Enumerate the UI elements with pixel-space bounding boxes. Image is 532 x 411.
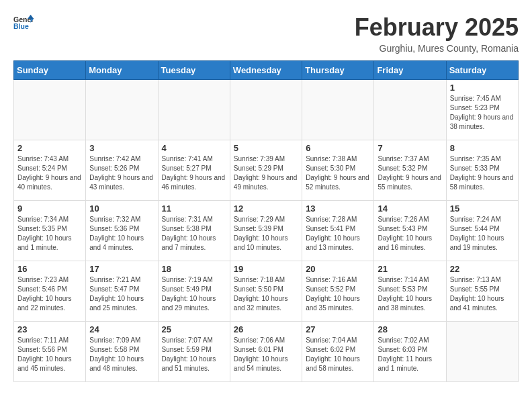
day-info: Sunrise: 7:32 AM Sunset: 5:36 PM Dayligh… — [89, 215, 154, 253]
day-number: 23 — [17, 324, 82, 334]
day-number: 1 — [450, 83, 515, 93]
day-number: 24 — [89, 324, 154, 334]
col-header-friday: Friday — [374, 61, 446, 80]
day-info: Sunrise: 7:14 AM Sunset: 5:53 PM Dayligh… — [378, 275, 442, 313]
calendar-cell: 10Sunrise: 7:32 AM Sunset: 5:36 PM Dayli… — [86, 201, 158, 261]
calendar-cell: 9Sunrise: 7:34 AM Sunset: 5:35 PM Daylig… — [14, 201, 86, 261]
day-number: 13 — [306, 203, 370, 214]
calendar-cell: 15Sunrise: 7:24 AM Sunset: 5:44 PM Dayli… — [446, 201, 518, 261]
calendar-cell: 8Sunrise: 7:35 AM Sunset: 5:33 PM Daylig… — [446, 140, 518, 201]
day-info: Sunrise: 7:21 AM Sunset: 5:47 PM Dayligh… — [89, 275, 154, 313]
day-number: 16 — [17, 264, 82, 274]
logo: General Blue — [13, 13, 34, 32]
calendar-cell: 6Sunrise: 7:38 AM Sunset: 5:30 PM Daylig… — [302, 140, 374, 201]
day-number: 22 — [450, 264, 515, 274]
day-info: Sunrise: 7:35 AM Sunset: 5:33 PM Dayligh… — [450, 154, 515, 192]
day-info: Sunrise: 7:41 AM Sunset: 5:27 PM Dayligh… — [162, 154, 226, 192]
page-header: General Blue February 2025 Gurghiu, Mure… — [13, 13, 519, 54]
calendar-cell: 4Sunrise: 7:41 AM Sunset: 5:27 PM Daylig… — [158, 140, 230, 201]
col-header-thursday: Thursday — [302, 61, 374, 80]
day-number: 2 — [17, 143, 82, 153]
calendar-cell — [86, 80, 158, 140]
day-number: 25 — [162, 324, 226, 334]
day-number: 5 — [234, 143, 298, 153]
day-number: 18 — [162, 264, 226, 274]
day-number: 7 — [378, 143, 442, 153]
calendar-table: SundayMondayTuesdayWednesdayThursdayFrid… — [13, 60, 519, 382]
calendar-cell: 23Sunrise: 7:11 AM Sunset: 5:56 PM Dayli… — [14, 322, 86, 382]
day-number: 3 — [89, 143, 154, 153]
col-header-monday: Monday — [86, 61, 158, 80]
day-info: Sunrise: 7:39 AM Sunset: 5:29 PM Dayligh… — [234, 154, 298, 192]
calendar-week-row: 16Sunrise: 7:23 AM Sunset: 5:46 PM Dayli… — [14, 261, 519, 322]
col-header-wednesday: Wednesday — [230, 61, 302, 80]
calendar-week-row: 9Sunrise: 7:34 AM Sunset: 5:35 PM Daylig… — [14, 201, 519, 261]
calendar-cell: 11Sunrise: 7:31 AM Sunset: 5:38 PM Dayli… — [158, 201, 230, 261]
col-header-tuesday: Tuesday — [158, 61, 230, 80]
col-header-sunday: Sunday — [14, 61, 86, 80]
calendar-cell: 17Sunrise: 7:21 AM Sunset: 5:47 PM Dayli… — [86, 261, 158, 322]
day-info: Sunrise: 7:23 AM Sunset: 5:46 PM Dayligh… — [17, 275, 82, 313]
day-number: 19 — [234, 264, 298, 274]
month-year-title: February 2025 — [355, 13, 519, 42]
col-header-saturday: Saturday — [446, 61, 518, 80]
location-subtitle: Gurghiu, Mures County, Romania — [355, 43, 519, 54]
day-info: Sunrise: 7:11 AM Sunset: 5:56 PM Dayligh… — [17, 336, 82, 373]
day-number: 12 — [234, 203, 298, 214]
day-info: Sunrise: 7:18 AM Sunset: 5:50 PM Dayligh… — [234, 275, 298, 313]
calendar-cell: 22Sunrise: 7:13 AM Sunset: 5:55 PM Dayli… — [446, 261, 518, 322]
day-info: Sunrise: 7:06 AM Sunset: 6:01 PM Dayligh… — [234, 336, 298, 373]
calendar-cell: 27Sunrise: 7:04 AM Sunset: 6:02 PM Dayli… — [302, 322, 374, 382]
day-info: Sunrise: 7:42 AM Sunset: 5:26 PM Dayligh… — [89, 154, 154, 192]
day-info: Sunrise: 7:09 AM Sunset: 5:58 PM Dayligh… — [89, 336, 154, 373]
calendar-cell: 13Sunrise: 7:28 AM Sunset: 5:41 PM Dayli… — [302, 201, 374, 261]
day-info: Sunrise: 7:43 AM Sunset: 5:24 PM Dayligh… — [17, 154, 82, 192]
day-number: 17 — [89, 264, 154, 274]
calendar-cell: 25Sunrise: 7:07 AM Sunset: 5:59 PM Dayli… — [158, 322, 230, 382]
calendar-cell: 24Sunrise: 7:09 AM Sunset: 5:58 PM Dayli… — [86, 322, 158, 382]
calendar-cell: 12Sunrise: 7:29 AM Sunset: 5:39 PM Dayli… — [230, 201, 302, 261]
day-number: 14 — [378, 203, 442, 214]
calendar-cell — [14, 80, 86, 140]
calendar-cell — [230, 80, 302, 140]
calendar-week-row: 23Sunrise: 7:11 AM Sunset: 5:56 PM Dayli… — [14, 322, 519, 382]
day-number: 6 — [306, 143, 370, 153]
logo-icon: General Blue — [13, 13, 34, 32]
calendar-cell: 7Sunrise: 7:37 AM Sunset: 5:32 PM Daylig… — [374, 140, 446, 201]
calendar-cell: 19Sunrise: 7:18 AM Sunset: 5:50 PM Dayli… — [230, 261, 302, 322]
day-info: Sunrise: 7:07 AM Sunset: 5:59 PM Dayligh… — [162, 336, 226, 373]
calendar-cell — [446, 322, 518, 382]
day-number: 26 — [234, 324, 298, 334]
day-info: Sunrise: 7:28 AM Sunset: 5:41 PM Dayligh… — [306, 215, 370, 253]
calendar-cell: 20Sunrise: 7:16 AM Sunset: 5:52 PM Dayli… — [302, 261, 374, 322]
calendar-cell: 2Sunrise: 7:43 AM Sunset: 5:24 PM Daylig… — [14, 140, 86, 201]
day-number: 10 — [89, 203, 154, 214]
calendar-week-row: 2Sunrise: 7:43 AM Sunset: 5:24 PM Daylig… — [14, 140, 519, 201]
day-info: Sunrise: 7:02 AM Sunset: 6:03 PM Dayligh… — [378, 336, 442, 373]
day-info: Sunrise: 7:38 AM Sunset: 5:30 PM Dayligh… — [306, 154, 370, 192]
day-info: Sunrise: 7:37 AM Sunset: 5:32 PM Dayligh… — [378, 154, 442, 192]
title-area: February 2025 Gurghiu, Mures County, Rom… — [355, 13, 519, 54]
calendar-week-row: 1Sunrise: 7:45 AM Sunset: 5:23 PM Daylig… — [14, 80, 519, 140]
day-info: Sunrise: 7:34 AM Sunset: 5:35 PM Dayligh… — [17, 215, 82, 253]
day-number: 4 — [162, 143, 226, 153]
calendar-cell — [158, 80, 230, 140]
day-number: 15 — [450, 203, 515, 214]
day-number: 27 — [306, 324, 370, 334]
calendar-header-row: SundayMondayTuesdayWednesdayThursdayFrid… — [14, 61, 519, 80]
day-info: Sunrise: 7:26 AM Sunset: 5:43 PM Dayligh… — [378, 215, 442, 253]
calendar-cell — [374, 80, 446, 140]
day-info: Sunrise: 7:31 AM Sunset: 5:38 PM Dayligh… — [162, 215, 226, 253]
day-info: Sunrise: 7:45 AM Sunset: 5:23 PM Dayligh… — [450, 94, 515, 132]
day-info: Sunrise: 7:24 AM Sunset: 5:44 PM Dayligh… — [450, 215, 515, 253]
day-number: 21 — [378, 264, 442, 274]
day-info: Sunrise: 7:16 AM Sunset: 5:52 PM Dayligh… — [306, 275, 370, 313]
day-info: Sunrise: 7:04 AM Sunset: 6:02 PM Dayligh… — [306, 336, 370, 373]
calendar-cell: 21Sunrise: 7:14 AM Sunset: 5:53 PM Dayli… — [374, 261, 446, 322]
svg-text:Blue: Blue — [13, 22, 29, 30]
calendar-cell: 28Sunrise: 7:02 AM Sunset: 6:03 PM Dayli… — [374, 322, 446, 382]
calendar-cell: 14Sunrise: 7:26 AM Sunset: 5:43 PM Dayli… — [374, 201, 446, 261]
day-number: 28 — [378, 324, 442, 334]
day-info: Sunrise: 7:29 AM Sunset: 5:39 PM Dayligh… — [234, 215, 298, 253]
day-info: Sunrise: 7:13 AM Sunset: 5:55 PM Dayligh… — [450, 275, 515, 313]
